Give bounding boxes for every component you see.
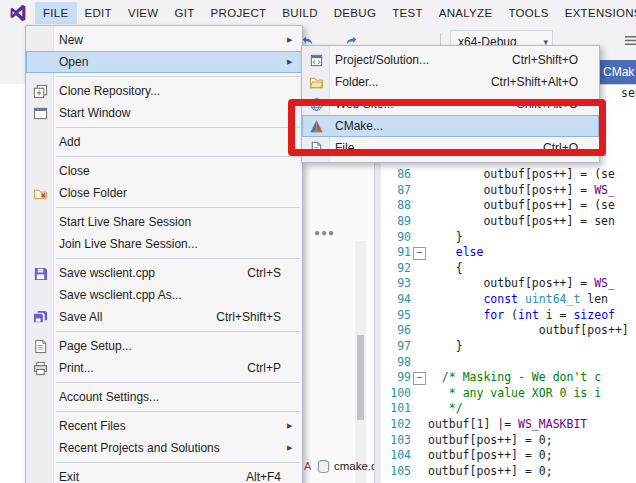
line-number[interactable]: 101	[381, 401, 411, 417]
menu-build[interactable]: BUILD	[274, 2, 325, 24]
visual-studio-logo-icon	[7, 3, 29, 23]
menu-extensions[interactable]: EXTENSIONS	[557, 2, 636, 24]
code-text[interactable]: }	[428, 230, 463, 246]
menu-item-label: Add	[54, 135, 281, 149]
code-lines: 86 outbuf[pos++] = (se87 outbuf[pos++] =…	[375, 167, 636, 480]
fold-collapse-icon[interactable]: −	[411, 245, 428, 261]
menu-item-recent-projects-and-solutions[interactable]: Recent Projects and Solutions▶	[26, 437, 302, 459]
line-number[interactable]: 94	[381, 292, 411, 308]
fold-margin	[411, 198, 428, 214]
line-number[interactable]: 91	[381, 245, 411, 261]
line-number[interactable]: 92	[381, 261, 411, 277]
fold-margin	[411, 230, 428, 246]
fold-collapse-icon[interactable]: −	[411, 370, 428, 386]
menu-item-close[interactable]: Close	[26, 160, 302, 182]
code-text[interactable]: else	[428, 245, 483, 261]
menu-item-shortcut: Ctrl+S	[247, 266, 287, 280]
code-text[interactable]: const uint64_t len	[428, 292, 608, 308]
code-line-104: 104outbuf[pos++] = 0;	[375, 448, 636, 464]
fold-margin	[411, 433, 428, 449]
tree-item-cmake-db[interactable]: A cmake.db	[301, 457, 374, 475]
menu-item-open[interactable]: Open▶	[26, 51, 302, 73]
line-number[interactable]: 87	[381, 183, 411, 199]
code-text[interactable]: outbuf[1] |= WS_MASKBIT	[428, 417, 587, 433]
menu-item-clone-repository[interactable]: Clone Repository...	[26, 80, 302, 102]
menu-item-new[interactable]: New▶	[26, 29, 302, 51]
clone-repository-icon	[26, 84, 54, 99]
menu-git[interactable]: GIT	[167, 2, 203, 24]
code-text[interactable]: /* Masking - We don't c	[428, 370, 601, 386]
code-text[interactable]: outbuf[pos++] = 0;	[428, 464, 553, 480]
code-line-95: 95 for (int i = sizeof	[375, 308, 636, 324]
menu-item-folder[interactable]: Folder...Ctrl+Shift+Alt+O	[302, 71, 599, 93]
code-text[interactable]: for (int i = sizeof	[428, 308, 615, 324]
menu-item-label: Save wsclient.cpp	[54, 266, 247, 280]
menu-item-join-live-share-session[interactable]: Join Live Share Session...	[26, 233, 302, 255]
menu-item-print[interactable]: Print...Ctrl+P	[26, 357, 302, 379]
code-line-93: 93 outbuf[pos++] = WS_	[375, 276, 636, 292]
line-number[interactable]: 100	[381, 386, 411, 402]
menu-item-shortcut: Ctrl+P	[247, 361, 287, 375]
menu-item-web-site[interactable]: Web Site...Shift+Alt+O	[302, 93, 599, 115]
code-text[interactable]: outbuf[pos++] = 0;	[428, 433, 553, 449]
line-number[interactable]: 103	[381, 433, 411, 449]
menu-item-label: Recent Projects and Solutions	[54, 441, 281, 455]
code-text[interactable]: * any value XOR 0 is i	[428, 386, 601, 402]
explorer-scrollbar[interactable]	[355, 241, 366, 483]
menu-test[interactable]: TEST	[384, 2, 431, 24]
menu-item-label: Close Folder	[54, 186, 281, 200]
line-number[interactable]: 95	[381, 308, 411, 324]
menu-project[interactable]: PROJECT	[203, 2, 275, 24]
code-text[interactable]: */	[428, 401, 463, 417]
menu-item-start-window[interactable]: Start Window	[26, 102, 302, 124]
fold-margin	[411, 386, 428, 402]
code-text[interactable]: outbuf[pos++] = 0;	[428, 448, 553, 464]
menu-item-page-setup[interactable]: Page Setup...	[26, 335, 302, 357]
line-number[interactable]: 97	[381, 339, 411, 355]
scrollbar-thumb[interactable]	[357, 335, 364, 420]
menu-analyze[interactable]: ANALYZE	[431, 2, 501, 24]
line-number[interactable]: 96	[381, 323, 411, 339]
menu-item-add[interactable]: Add	[26, 131, 302, 153]
menu-item-cmake[interactable]: CMake...	[302, 115, 599, 137]
menu-file[interactable]: FILE	[35, 2, 77, 24]
line-number[interactable]: 90	[381, 230, 411, 246]
menu-view[interactable]: VIEW	[120, 2, 167, 24]
menu-item-recent-files[interactable]: Recent Files▶	[26, 415, 302, 437]
code-text[interactable]: outbuf[pos++] = WS_	[428, 183, 615, 199]
code-text[interactable]: outbuf[pos++] = (se	[428, 167, 615, 183]
code-text[interactable]: outbuf[pos++] = (se	[428, 198, 615, 214]
menu-edit[interactable]: EDIT	[77, 2, 120, 24]
menu-item-exit[interactable]: ExitAlt+F4	[26, 466, 302, 483]
line-number[interactable]: 102	[381, 417, 411, 433]
more-options-button[interactable]: ●●●	[314, 227, 335, 238]
menu-item-close-folder[interactable]: Close Folder	[26, 182, 302, 204]
menu-item-file[interactable]: File...Ctrl+O	[302, 137, 599, 159]
line-number[interactable]: 86	[381, 167, 411, 183]
code-text[interactable]: {	[428, 261, 463, 277]
menu-item-save-wsclient-cpp[interactable]: Save wsclient.cppCtrl+S	[26, 262, 302, 284]
menu-item-start-live-share-session[interactable]: Start Live Share Session	[26, 211, 302, 233]
menu-debug[interactable]: DEBUG	[326, 2, 384, 24]
code-line-101: 101 */	[375, 401, 636, 417]
line-number[interactable]: 105	[381, 464, 411, 480]
line-number[interactable]: 93	[381, 276, 411, 292]
line-number[interactable]: 88	[381, 198, 411, 214]
menu-item-label: Web Site...	[330, 97, 517, 111]
menu-item-save-wsclient-cpp-as[interactable]: Save wsclient.cpp As...	[26, 284, 302, 306]
code-text[interactable]: outbuf[pos++] = WS_	[428, 276, 615, 292]
toolbar-overflow-icon[interactable]	[622, 32, 636, 49]
menu-item-label: Save wsclient.cpp As...	[54, 288, 281, 302]
menu-tools[interactable]: TOOLS	[500, 2, 556, 24]
menu-item-project-solution[interactable]: Project/Solution...Ctrl+Shift+O	[302, 49, 599, 71]
line-number[interactable]: 104	[381, 448, 411, 464]
line-number[interactable]: 99	[381, 370, 411, 386]
line-number[interactable]: 98	[381, 355, 411, 371]
menu-item-account-settings[interactable]: Account Settings...	[26, 386, 302, 408]
tab-cmake-file[interactable]: CMak	[594, 60, 636, 84]
code-text[interactable]: }	[428, 339, 463, 355]
menu-item-save-all[interactable]: Save AllCtrl+Shift+S	[26, 306, 302, 328]
code-text[interactable]: outbuf[pos++] = sen	[428, 214, 615, 230]
code-text[interactable]: outbuf[pos++] =	[428, 323, 636, 339]
line-number[interactable]: 89	[381, 214, 411, 230]
